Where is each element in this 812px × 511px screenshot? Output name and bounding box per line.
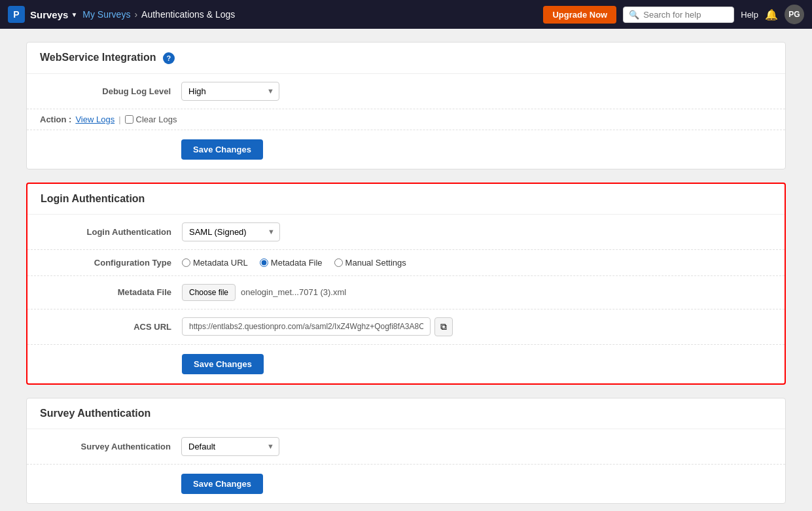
choose-file-button[interactable]: Choose file <box>182 284 236 301</box>
breadcrumb-my-surveys-link[interactable]: My Surveys <box>82 9 130 20</box>
login-auth-select-wrapper: SAML (Signed) SAML (Unsigned) None ▼ <box>182 222 280 241</box>
acs-url-control: ⧉ <box>182 317 771 336</box>
debug-log-label: Debug Log Level <box>40 86 171 96</box>
search-input[interactable] <box>643 10 728 20</box>
metadata-url-radio-label[interactable]: Metadata URL <box>182 258 248 268</box>
search-box[interactable]: 🔍 <box>623 7 734 23</box>
header: P Surveys ▼ My Surveys › Authentications… <box>0 0 812 29</box>
clear-logs-checkbox[interactable] <box>125 115 133 124</box>
action-separator: | <box>118 115 120 124</box>
survey-auth-card: Survey Authentication Survey Authenticat… <box>26 398 786 504</box>
clear-logs-label[interactable]: Clear Logs <box>125 115 177 124</box>
debug-log-row: Debug Log Level High Medium Low None ▼ <box>27 74 785 109</box>
debug-log-control: High Medium Low None ▼ <box>181 82 772 101</box>
file-input-wrapper: Choose file onelogin_met...7071 (3).xml <box>182 284 771 301</box>
metadata-file-row: Metadata File Choose file onelogin_met..… <box>27 276 785 309</box>
webservice-help-icon[interactable]: ? <box>163 52 175 64</box>
login-auth-save-row: Save Changes <box>27 345 785 383</box>
copy-url-button[interactable]: ⧉ <box>434 317 453 336</box>
avatar-button[interactable]: PG <box>785 5 804 24</box>
bell-icon[interactable]: 🔔 <box>765 9 778 21</box>
metadata-file-label: Metadata File <box>41 287 171 297</box>
file-name-display: onelogin_met...7071 (3).xml <box>241 287 346 297</box>
action-label: Action : <box>40 115 71 124</box>
survey-auth-save-row: Save Changes <box>27 465 785 503</box>
main-content: WebService Integration ? Debug Log Level… <box>0 29 812 511</box>
debug-log-select-wrapper: High Medium Low None ▼ <box>181 82 279 101</box>
config-type-control: Metadata URL Metadata File Manual Settin… <box>182 258 771 268</box>
config-type-label: Configuration Type <box>41 258 171 268</box>
login-auth-select[interactable]: SAML (Signed) SAML (Unsigned) None <box>182 222 280 241</box>
breadcrumb: My Surveys › Authentications & Logs <box>82 9 538 20</box>
login-auth-title: Login Authentication <box>27 184 785 215</box>
action-row: Action : View Logs | Clear Logs <box>27 109 785 130</box>
manual-settings-radio-label[interactable]: Manual Settings <box>334 258 406 268</box>
survey-auth-title: Survey Authentication <box>27 398 785 429</box>
breadcrumb-current-page: Authentications & Logs <box>141 9 235 20</box>
metadata-url-radio[interactable] <box>182 258 190 267</box>
surveys-caret-icon: ▼ <box>71 11 77 18</box>
metadata-file-control: Choose file onelogin_met...7071 (3).xml <box>182 284 771 301</box>
manual-settings-text: Manual Settings <box>345 258 406 268</box>
view-logs-link[interactable]: View Logs <box>75 115 115 124</box>
surveys-label: Surveys <box>30 9 68 20</box>
survey-auth-row: Survey Authentication Default Password C… <box>27 429 785 465</box>
metadata-file-radio[interactable] <box>260 258 268 267</box>
login-auth-label: Login Authentication <box>41 227 171 237</box>
login-auth-card: Login Authentication Login Authenticatio… <box>26 183 786 385</box>
clear-logs-text: Clear Logs <box>136 115 177 124</box>
manual-settings-radio[interactable] <box>334 258 343 267</box>
login-auth-control: SAML (Signed) SAML (Unsigned) None ▼ <box>182 222 771 241</box>
surveys-menu-button[interactable]: Surveys ▼ <box>30 9 77 20</box>
logo-icon: P <box>8 6 25 23</box>
login-auth-row: Login Authentication SAML (Signed) SAML … <box>27 215 785 250</box>
upgrade-button[interactable]: Upgrade Now <box>543 6 616 24</box>
webservice-save-button[interactable]: Save Changes <box>181 139 263 160</box>
survey-auth-select-wrapper: Default Password Captcha ▼ <box>181 437 279 456</box>
acs-url-label: ACS URL <box>41 322 171 332</box>
webservice-card: WebService Integration ? Debug Log Level… <box>26 42 786 169</box>
acs-input-wrapper: ⧉ <box>182 317 771 336</box>
login-auth-save-button[interactable]: Save Changes <box>182 354 264 374</box>
help-link[interactable]: Help <box>741 10 758 20</box>
config-type-radio-group: Metadata URL Metadata File Manual Settin… <box>182 258 771 268</box>
survey-auth-save-button[interactable]: Save Changes <box>181 474 263 494</box>
survey-auth-label: Survey Authentication <box>40 442 171 451</box>
debug-log-select[interactable]: High Medium Low None <box>181 82 279 101</box>
survey-auth-select[interactable]: Default Password Captcha <box>181 437 279 456</box>
metadata-file-text: Metadata File <box>271 258 323 268</box>
acs-url-row: ACS URL ⧉ <box>27 309 785 345</box>
header-right: Upgrade Now 🔍 Help 🔔 PG <box>543 5 804 24</box>
search-icon: 🔍 <box>629 10 639 20</box>
webservice-save-row: Save Changes <box>27 130 785 169</box>
metadata-file-radio-label[interactable]: Metadata File <box>260 258 323 268</box>
acs-url-input[interactable] <box>182 317 431 336</box>
metadata-url-text: Metadata URL <box>193 258 248 268</box>
survey-auth-control: Default Password Captcha ▼ <box>181 437 772 456</box>
logo: P <box>8 6 25 23</box>
webservice-title: WebService Integration ? <box>27 43 785 74</box>
config-type-row: Configuration Type Metadata URL Metadata… <box>27 250 785 276</box>
breadcrumb-separator: › <box>134 9 137 20</box>
